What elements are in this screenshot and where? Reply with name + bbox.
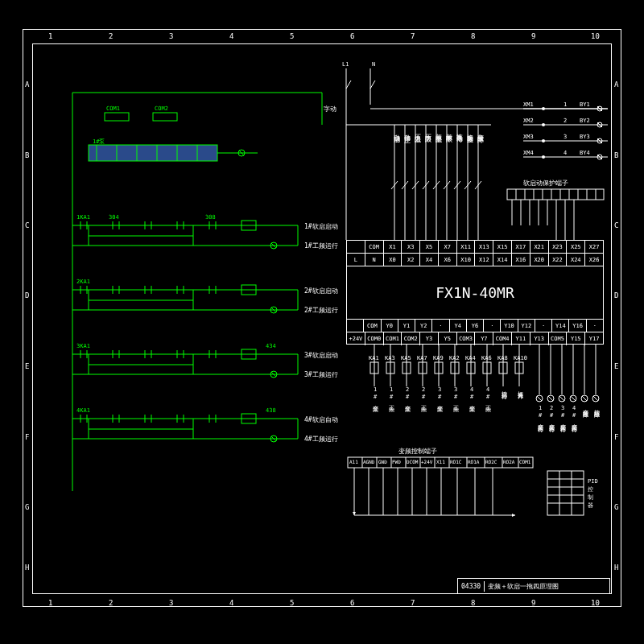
drawing-name: 变频＋软启一拖四原理图 (485, 580, 609, 592)
vfd-t-11: COM1 (519, 459, 530, 464)
svg-text:KA4: KA4 (465, 355, 476, 361)
ladder-rungs: 1KA1 304 308 2KA1 3KA1 (72, 214, 298, 442)
svg-text:1#泵: 1#泵 (93, 138, 105, 145)
svg-point-12 (542, 123, 545, 126)
svg-line-218 (593, 396, 598, 401)
plc-row-1: COM X1 X3 X5 X7 X11 X13 X15 X17 X21 X23 … (347, 241, 603, 254)
svg-text:COM1: COM1 (106, 105, 120, 112)
label-n: N (372, 61, 375, 68)
svg-line-3 (370, 80, 375, 89)
out-f-13: 4#变频运行 (570, 405, 578, 453)
func-1: 1#软启启动 (304, 222, 338, 231)
svg-point-14 (542, 155, 545, 159)
vfd-t-0: A11 (349, 459, 358, 464)
out-f-7: 4#工频 (484, 386, 492, 427)
vfd-wires (353, 468, 515, 517)
svg-text:器: 器 (588, 502, 593, 509)
title-block: 04330 变频＋软启一拖四原理图 (457, 578, 610, 594)
svg-text:KA2: KA2 (449, 355, 460, 361)
label-l1: L1 (342, 61, 349, 68)
svg-point-11 (542, 107, 545, 110)
out-f-10: 1#变频运行 (536, 405, 544, 453)
svg-text:控: 控 (588, 486, 593, 493)
out-f-11: 2#变频运行 (547, 405, 555, 453)
soft-starter-cells (516, 189, 596, 200)
out-f-3: 2#工频 (419, 386, 427, 427)
vlabel-8: 变频故障 (475, 129, 484, 177)
svg-text:438: 438 (266, 407, 276, 414)
vlabel-3: 压力下限 (423, 129, 431, 177)
func-4: 2#工频运行 (304, 306, 338, 315)
svg-text:KA7: KA7 (417, 355, 427, 361)
svg-text:304: 304 (109, 214, 119, 221)
svg-text:4KA1: 4KA1 (76, 407, 90, 414)
func-3: 2#软启启动 (304, 287, 338, 295)
func-5: 3#软启启动 (304, 351, 338, 360)
plc-row-2: L N X0 X2 X4 X6 X10 X12 X14 X16 X20 X22 … (347, 254, 603, 266)
svg-text:KA6: KA6 (481, 355, 492, 361)
out-f-12: 3#变频运行 (559, 405, 567, 453)
soft-starter-label: 软启动保护端子 (523, 179, 568, 188)
svg-text:PID: PID (588, 478, 598, 485)
vfd-t-5: +24V (421, 459, 432, 464)
vfd-label: 变频控制端子 (398, 447, 437, 456)
out-f-1: 1#工频 (387, 386, 395, 427)
func-6: 3#工频运行 (304, 370, 338, 379)
svg-text:KA5: KA5 (401, 355, 411, 361)
vfd-t-4: DCOM (407, 459, 418, 464)
svg-text:KA3: KA3 (385, 355, 395, 361)
xm1: XM1 (523, 101, 534, 108)
vfd-t-3: FWD (392, 459, 401, 464)
out-f-14: 变频故障 (581, 405, 589, 453)
vfd-t-2: GND (378, 459, 387, 464)
svg-rect-50 (507, 189, 604, 200)
plc-model: FX1N-40MR (347, 266, 603, 320)
svg-line-217 (582, 396, 587, 401)
svg-rect-73 (153, 113, 177, 121)
vfd-t-9: RO2C (485, 459, 497, 464)
vlabel-5: 频率下限 (444, 129, 452, 177)
out-f-2: 2#变频 (403, 386, 411, 427)
n4: 4 (564, 150, 567, 156)
svg-text:KA10: KA10 (514, 355, 527, 361)
vfd-t-6: X11 (436, 459, 445, 464)
xm2: XM2 (523, 118, 534, 124)
svg-text:434: 434 (266, 343, 276, 349)
func-7: 4#软启自动 (304, 415, 338, 424)
svg-line-215 (559, 396, 564, 401)
pid-block (547, 471, 584, 515)
out-f-6: 4#变频 (468, 386, 476, 427)
svg-point-13 (542, 139, 545, 142)
vlabel-6: 换泵信号 (454, 129, 463, 177)
out-f-8: 软启运行 (500, 386, 508, 427)
n2: 2 (564, 118, 567, 124)
svg-text:3KA1: 3KA1 (76, 343, 90, 349)
func-2: 1#工频运行 (304, 242, 338, 250)
svg-rect-76 (89, 145, 217, 161)
vfd-t-1: AGND (363, 459, 374, 464)
plc-row-4: +24V COM0 COM1 COM2 Y3 Y5 COM3 Y7 COM4 Y… (347, 332, 603, 345)
ladder-top-block: COM1 COM2 1#泵 (72, 93, 322, 491)
svg-marker-241 (353, 512, 356, 515)
svg-line-213 (537, 396, 542, 401)
svg-line-214 (548, 396, 553, 401)
vfd-t-10: RO2A (503, 459, 514, 464)
vfd-t-8: RO1A (468, 459, 479, 464)
vlabel-0: 自动启动 (391, 129, 400, 177)
n1: 1 (564, 101, 567, 108)
vlabel-4: 频率上限 (433, 129, 442, 177)
by3: BY3 (580, 134, 590, 140)
vlabel-1: 自动停止 (402, 129, 411, 177)
svg-text:COM2: COM2 (155, 105, 168, 112)
svg-text:KA1: KA1 (369, 355, 379, 361)
svg-text:2KA1: 2KA1 (76, 279, 90, 285)
out-f-15: 软启故障 (592, 405, 601, 453)
svg-text:KA9: KA9 (433, 355, 444, 361)
svg-line-2 (346, 80, 351, 89)
out-f-0: 1#变频 (371, 386, 379, 427)
xm4: XM4 (523, 150, 534, 156)
by2: BY2 (580, 118, 590, 124)
out-f-4: 3#变频 (436, 386, 444, 427)
by1: BY1 (580, 101, 590, 108)
svg-text:1KA1: 1KA1 (76, 214, 90, 221)
